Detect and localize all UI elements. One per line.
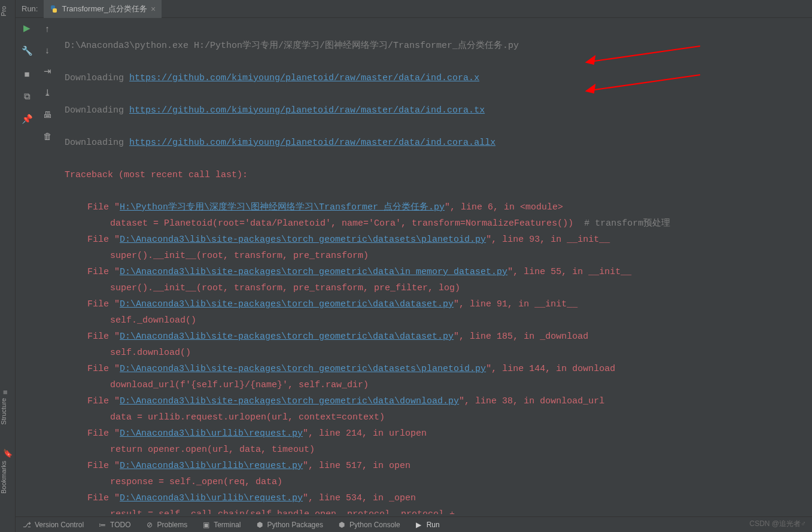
annotation-arrow: [580, 43, 706, 67]
traceback-file-link[interactable]: D:\Anaconda3\lib\urllib\request.py: [120, 428, 303, 439]
run-tab[interactable]: ▶Run: [407, 521, 447, 529]
traceback-code-line: self.download(): [65, 345, 812, 361]
traceback-code-line: self._download(): [65, 312, 812, 329]
run-tool-window-header: Run: Transformer_点分类任务 ×: [16, 0, 812, 18]
svg-marker-3: [586, 85, 595, 93]
download-url[interactable]: https://github.com/kimiyoung/planetoid/r…: [129, 138, 495, 148]
scroll-end-icon[interactable]: ⤓: [41, 86, 54, 99]
traceback-file-line: File "H:\Python学习专用\深度学习\图神经网络学习\Transfo…: [65, 199, 812, 215]
run-label: Run:: [16, 4, 44, 13]
traceback-file-line: File "D:\Anaconda3\lib\urllib\request.py…: [65, 490, 812, 506]
project-tab[interactable]: Pro: [0, 6, 7, 16]
traceback-code-line: data = urllib.request.urlopen(url, conte…: [65, 409, 812, 425]
traceback-file-link[interactable]: D:\Anaconda3\lib\site-packages\torch_geo…: [120, 299, 454, 309]
python-file-icon: [50, 5, 58, 13]
bottom-tool-bar: ⎇Version Control ≔TODO ⊘Problems ▣Termin…: [16, 516, 812, 532]
arrow-down-icon[interactable]: ↓: [41, 43, 54, 56]
warning-icon: ⊘: [145, 521, 154, 529]
traceback-file-link[interactable]: D:\Anaconda3\lib\site-packages\torch_geo…: [120, 364, 486, 374]
python-packages-tab[interactable]: ⬢Python Packages: [248, 521, 330, 529]
toolbar-col-b: ↑ ↓ ⇥ ⤓ 🖶 🗑: [38, 22, 56, 142]
traceback-file-line: File "D:\Anaconda3\lib\site-packages\tor…: [65, 361, 812, 377]
python-console-icon: ⬢: [337, 521, 346, 529]
watermark: CSDN @追光者♂: [749, 519, 806, 529]
traceback-file-link[interactable]: H:\Python学习专用\深度学习\图神经网络学习\Transformer_点…: [120, 202, 445, 212]
terminal-tab[interactable]: ▣Terminal: [194, 521, 248, 529]
stop-icon[interactable]: ■: [20, 67, 34, 80]
run-config-tab[interactable]: Transformer_点分类任务 ×: [44, 0, 162, 18]
traceback-file-line: File "D:\Anaconda3\lib\site-packages\tor…: [65, 393, 812, 409]
version-control-tab[interactable]: ⎇Version Control: [16, 521, 91, 529]
svg-line-2: [586, 75, 700, 91]
svg-marker-1: [586, 56, 595, 64]
arrow-up-icon[interactable]: ↑: [41, 22, 54, 35]
todo-tab[interactable]: ≔TODO: [91, 521, 138, 529]
traceback-code-line: download_url(f'{self.url}/{name}', self.…: [65, 377, 812, 393]
traceback-file-line: File "D:\Anaconda3\lib\urllib\request.py…: [65, 458, 812, 474]
traceback-file-line: File "D:\Anaconda3\lib\site-packages\tor…: [65, 296, 812, 312]
export-icon[interactable]: ⇥: [41, 65, 54, 78]
pin-icon[interactable]: 📌: [20, 113, 34, 126]
download-url[interactable]: https://github.com/kimiyoung/planetoid/r…: [129, 73, 479, 83]
structure-tab[interactable]: Structure: [0, 398, 7, 425]
svg-line-0: [586, 46, 700, 62]
download-line: Downloading https://github.com/kimiyoung…: [65, 102, 812, 118]
python-icon: ⬢: [256, 521, 264, 529]
branch-icon: ⎇: [23, 521, 31, 529]
bookmark-icon: 🔖: [3, 449, 13, 458]
play-icon: ▶: [415, 521, 423, 529]
tab-label: Transformer_点分类任务: [62, 4, 147, 14]
traceback-file-line: File "D:\Anaconda3\lib\site-packages\tor…: [65, 232, 812, 248]
traceback-file-link[interactable]: D:\Anaconda3\lib\site-packages\torch_geo…: [120, 332, 454, 342]
traceback-file-link[interactable]: D:\Anaconda3\lib\site-packages\torch_geo…: [120, 267, 507, 277]
list-icon: ≔: [98, 521, 107, 529]
problems-tab[interactable]: ⊘Problems: [138, 521, 195, 529]
run-icon[interactable]: ▶: [20, 22, 34, 35]
traceback-file-link[interactable]: D:\Anaconda3\lib\urllib\request.py: [120, 493, 303, 503]
terminal-icon: ▣: [202, 521, 210, 529]
traceback-code-line: response = self._open(req, data): [65, 474, 812, 490]
left-gutter: Pro ≡ Structure 🔖 Bookmarks: [0, 0, 16, 532]
traceback-file-link[interactable]: D:\Anaconda3\lib\urllib\request.py: [120, 461, 303, 471]
traceback-code-line: return opener.open(url, data, timeout): [65, 442, 812, 458]
traceback-code-line: dataset = Planetoid(root='data/Planetoid…: [65, 215, 812, 232]
structure-icon: ≡: [3, 388, 13, 397]
traceback-file-link[interactable]: D:\Anaconda3\lib\site-packages\torch_geo…: [120, 396, 459, 406]
traceback-file-line: File "D:\Anaconda3\lib\site-packages\tor…: [65, 264, 812, 280]
traceback-file-link[interactable]: D:\Anaconda3\lib\site-packages\torch_geo…: [120, 235, 486, 245]
bookmarks-tab[interactable]: Bookmarks: [0, 461, 7, 494]
toolbar-col-a: ▶ 🔧 ■ ⧉ 📌: [18, 22, 36, 126]
print-icon[interactable]: 🖶: [41, 108, 54, 121]
wrench-icon[interactable]: 🔧: [20, 44, 34, 57]
python-console-tab[interactable]: ⬢Python Console: [330, 521, 407, 529]
download-line: Downloading https://github.com/kimiyoung…: [65, 135, 812, 151]
download-url[interactable]: https://github.com/kimiyoung/planetoid/r…: [129, 105, 485, 115]
annotation-arrow: [580, 72, 706, 96]
traceback-header: Traceback (most recent call last):: [65, 167, 812, 183]
traceback-file-line: File "D:\Anaconda3\lib\site-packages\tor…: [65, 329, 812, 345]
traceback-file-line: File "D:\Anaconda3\lib\urllib\request.py…: [65, 425, 812, 442]
layout-icon[interactable]: ⧉: [20, 90, 34, 103]
trash-icon[interactable]: 🗑: [41, 129, 54, 142]
close-icon[interactable]: ×: [151, 4, 156, 14]
traceback-code-line: super().__init__(root, transform, pre_tr…: [65, 280, 812, 296]
traceback-code-line: super().__init__(root, transform, pre_tr…: [65, 248, 812, 264]
traceback-code-line: result = self._call_chain(self.handle_op…: [65, 506, 812, 514]
